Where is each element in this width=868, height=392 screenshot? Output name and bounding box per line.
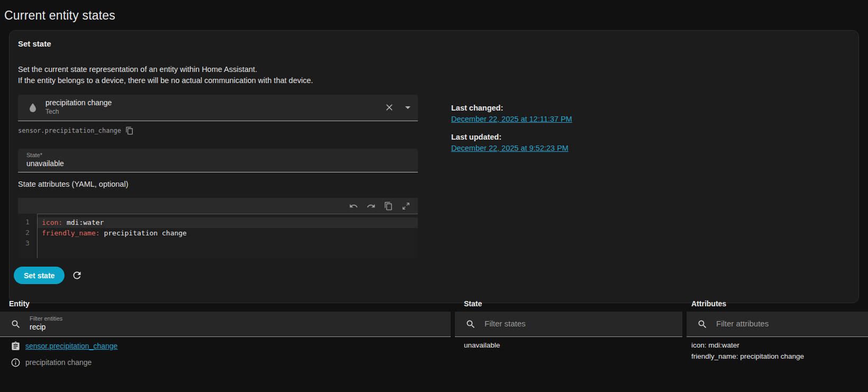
entity-name: precipitation change xyxy=(45,98,112,107)
line-number: 1 xyxy=(18,217,37,227)
copy-entity-id-icon[interactable] xyxy=(125,126,134,135)
search-icon xyxy=(697,319,708,330)
states-dev-tool-page: Current entity states Set state Set the … xyxy=(0,0,868,392)
yaml-line: icon: mdi:water xyxy=(38,217,418,228)
refresh-icon[interactable] xyxy=(71,270,83,281)
water-drop-icon xyxy=(26,102,39,114)
table-row-state: unavailable xyxy=(464,341,500,349)
last-updated-label: Last updated: xyxy=(451,133,572,141)
undo-icon[interactable] xyxy=(349,202,358,211)
yaml-key: icon: xyxy=(42,218,62,226)
card-description-line1: Set the current state representation of … xyxy=(18,64,313,75)
yaml-editor-gutter: 1 2 3 xyxy=(18,214,37,258)
filter-entities-label: Filter entities xyxy=(30,315,62,322)
table-row-attribute: icon: mdi:water xyxy=(691,341,739,349)
filter-states-field[interactable] xyxy=(455,312,682,337)
card-title: Set state xyxy=(18,39,51,48)
entity-id-row: sensor.precipitation_change xyxy=(18,126,134,135)
yaml-editor-toolbar xyxy=(18,198,418,214)
yaml-value: mdi:water xyxy=(62,218,104,226)
last-updated-link[interactable]: December 22, 2025 at 9:52:23 PM xyxy=(451,144,569,152)
table-entity-id-link[interactable]: sensor.precipitation_change xyxy=(25,342,117,350)
column-header-entity: Entity xyxy=(9,299,30,308)
column-header-state: State xyxy=(464,299,482,308)
yaml-value: precipitation change xyxy=(100,229,187,237)
search-icon xyxy=(465,319,476,330)
entity-picker[interactable]: precipitation change Tech xyxy=(18,95,418,121)
yaml-line xyxy=(38,239,418,249)
redo-icon[interactable] xyxy=(367,202,376,211)
card-description: Set the current state representation of … xyxy=(18,64,313,86)
column-header-attributes: Attributes xyxy=(691,299,726,308)
state-field-label: State* xyxy=(26,152,42,158)
yaml-editor-body[interactable]: 1 2 3 icon: mdi:water friendly_name: pre… xyxy=(18,214,418,258)
table-row-attribute: friendly_name: precipitation change xyxy=(691,352,804,360)
filter-entities-input[interactable] xyxy=(30,323,345,331)
entity-area: Tech xyxy=(45,108,112,115)
filter-attributes-field[interactable] xyxy=(687,312,868,337)
copy-to-clipboard-icon[interactable] xyxy=(11,341,21,351)
yaml-editor[interactable]: 1 2 3 icon: mdi:water friendly_name: pre… xyxy=(18,198,418,258)
search-icon xyxy=(11,319,21,330)
yaml-code-area[interactable]: icon: mdi:water friendly_name: precipita… xyxy=(37,214,418,258)
state-field-value: unavailable xyxy=(26,159,64,168)
filter-attributes-input[interactable] xyxy=(716,319,843,328)
filter-states-input[interactable] xyxy=(485,319,644,328)
last-changed-link[interactable]: December 22, 2025 at 12:11:37 PM xyxy=(451,115,572,123)
state-attributes-label: State attributes (YAML, optional) xyxy=(18,180,128,188)
yaml-line: friendly_name: precipitation change xyxy=(38,228,418,239)
yaml-key: friendly_name: xyxy=(42,229,100,237)
state-input[interactable]: State* unavailable xyxy=(18,149,418,172)
entity-history: Last changed: December 22, 2025 at 12:11… xyxy=(451,101,572,152)
line-number: 3 xyxy=(18,238,37,249)
entity-id: sensor.precipitation_change xyxy=(18,127,121,134)
line-number: 2 xyxy=(18,227,37,238)
info-icon[interactable] xyxy=(11,358,21,368)
table-entity-friendly-name: precipitation change xyxy=(25,358,92,367)
page-title: Current entity states xyxy=(4,8,115,23)
close-icon[interactable] xyxy=(384,102,395,113)
filter-entities-field[interactable]: Filter entities xyxy=(0,312,451,337)
copy-icon[interactable] xyxy=(384,202,393,211)
card-description-line2: If the entity belongs to a device, there… xyxy=(18,75,313,86)
set-state-card: Set state Set the current state represen… xyxy=(9,30,859,303)
set-state-button[interactable]: Set state xyxy=(14,267,65,284)
expand-icon[interactable] xyxy=(401,202,410,211)
entity-picker-text: precipitation change Tech xyxy=(45,98,112,115)
last-changed-label: Last changed: xyxy=(451,104,572,112)
chevron-down-icon[interactable] xyxy=(405,106,410,109)
